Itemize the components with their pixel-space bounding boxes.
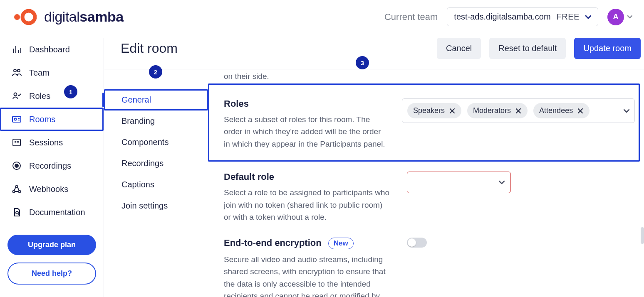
chip-label: Speakers xyxy=(413,106,445,115)
team-domain: test-ads.digitalsamba.com xyxy=(454,12,550,22)
sidebar-item-label: Sessions xyxy=(29,138,63,147)
avatar-initial: A xyxy=(613,12,619,21)
svg-point-4 xyxy=(14,93,17,96)
scrollbar-thumb[interactable] xyxy=(641,227,644,244)
previous-section-cutoff-text: on their side. xyxy=(208,72,640,81)
button-label: Update room xyxy=(583,44,632,53)
sidebar-item-sessions[interactable]: Sessions xyxy=(0,131,104,154)
remove-chip-icon[interactable] xyxy=(577,108,584,114)
sidebar-item-recordings[interactable]: Recordings xyxy=(0,154,104,177)
bar-chart-icon xyxy=(12,44,22,54)
chip-label: Attendees xyxy=(539,106,573,115)
sidebar-item-rooms[interactable]: Rooms xyxy=(0,108,104,131)
tabs-list: General Branding Components Recordings C… xyxy=(104,89,208,216)
person-check-icon xyxy=(12,91,22,101)
roles-section: Roles Select a subset of roles for this … xyxy=(208,83,640,162)
team-plan: FREE xyxy=(557,12,580,22)
svg-point-0 xyxy=(14,14,20,20)
id-card-icon xyxy=(12,114,22,124)
page-actions: Cancel Reset to default Update room xyxy=(437,38,641,59)
page-title: Edit room xyxy=(121,41,178,56)
sidebar-item-label: Roles xyxy=(29,91,50,101)
e2ee-title-text: End-to-end encryption xyxy=(224,238,322,248)
tab-captions[interactable]: Captions xyxy=(104,174,208,195)
svg-point-1 xyxy=(22,11,35,23)
tab-label: Recordings xyxy=(121,159,163,168)
record-icon xyxy=(12,161,22,171)
role-chip-moderators: Moderators xyxy=(467,103,528,118)
room-tabs: 2 General Branding Components Recordings… xyxy=(104,69,208,297)
annotation-badge-2: 2 xyxy=(149,65,162,79)
reset-to-default-button[interactable]: Reset to default xyxy=(489,38,566,59)
webhook-icon xyxy=(12,184,22,194)
tab-label: Join settings xyxy=(121,201,168,210)
tab-recordings[interactable]: Recordings xyxy=(104,153,208,174)
topbar-right: Current team test-ads.digitalsamba.com F… xyxy=(384,7,632,26)
button-label: Upgrade plan xyxy=(28,241,76,249)
new-badge: New xyxy=(328,238,354,249)
sidebar-actions: Upgrade plan Need help? xyxy=(0,224,104,285)
sidebar-item-label: Rooms xyxy=(29,115,55,124)
sidebar-item-label: Webhooks xyxy=(29,184,68,194)
people-icon xyxy=(12,68,22,78)
button-label: Need help? xyxy=(32,269,72,277)
svg-point-2 xyxy=(14,69,16,72)
sidebar-item-label: Recordings xyxy=(29,161,71,171)
remove-chip-icon[interactable] xyxy=(449,108,456,114)
tab-general[interactable]: General xyxy=(104,89,208,110)
team-selector[interactable]: test-ads.digitalsamba.com FREE xyxy=(447,7,598,26)
e2ee-section: End-to-end encryption New Secure all vid… xyxy=(208,228,640,297)
svg-point-13 xyxy=(16,211,18,214)
role-chip-attendees: Attendees xyxy=(533,103,590,118)
default-role-title: Default role xyxy=(224,172,390,182)
tab-label: Components xyxy=(121,137,168,147)
tab-label: General xyxy=(121,95,151,104)
button-label: Reset to default xyxy=(498,44,557,53)
update-room-button[interactable]: Update room xyxy=(574,38,641,59)
sidebar-item-team[interactable]: Team xyxy=(0,61,104,84)
svg-point-9 xyxy=(15,164,18,167)
tab-label: Captions xyxy=(121,180,154,189)
topbar: digitalsamba Current team test-ads.digit… xyxy=(0,0,644,38)
button-label: Cancel xyxy=(446,44,472,53)
layout: 1 Dashboard Team Roles xyxy=(0,38,644,297)
chevron-down-icon xyxy=(627,15,632,19)
sidebar-item-label: Team xyxy=(29,68,50,78)
cancel-button[interactable]: Cancel xyxy=(437,38,481,59)
sidebar-item-webhooks[interactable]: Webhooks xyxy=(0,177,104,201)
e2ee-title: End-to-end encryption New xyxy=(224,238,390,249)
brand-name-light: digital xyxy=(44,9,79,25)
content: Edit room Cancel Reset to default Update… xyxy=(104,38,644,297)
default-role-section: Default role Select a role to be assigne… xyxy=(208,162,640,227)
brand-name: digitalsamba xyxy=(44,9,124,25)
sidebar-item-label: Dashboard xyxy=(29,45,70,54)
upgrade-plan-button[interactable]: Upgrade plan xyxy=(7,235,96,255)
annotation-badge-1: 1 xyxy=(64,85,77,98)
list-icon xyxy=(12,137,22,147)
general-panel: 3 on their side. Roles Select a subset o… xyxy=(208,69,644,297)
tab-components[interactable]: Components xyxy=(104,132,208,153)
chevron-down-icon xyxy=(499,180,505,184)
roles-description: Select a subset of roles for this room. … xyxy=(224,113,385,150)
chevron-down-icon[interactable] xyxy=(624,109,629,113)
roles-multi-select[interactable]: Speakers Moderators xyxy=(402,98,635,123)
sidebar-item-roles[interactable]: Roles xyxy=(0,84,104,108)
tab-branding[interactable]: Branding xyxy=(104,110,208,132)
sidebar: 1 Dashboard Team Roles xyxy=(0,38,104,297)
page-header: Edit room Cancel Reset to default Update… xyxy=(104,38,644,69)
sidebar-item-label: Documentation xyxy=(29,208,85,217)
brand-name-bold: samba xyxy=(79,9,123,25)
default-role-select[interactable] xyxy=(407,172,511,193)
svg-point-6 xyxy=(15,118,17,120)
tab-join-settings[interactable]: Join settings xyxy=(104,195,208,216)
chevron-down-icon xyxy=(585,15,591,19)
e2ee-toggle[interactable] xyxy=(407,238,427,248)
account-menu[interactable]: A xyxy=(607,9,632,25)
need-help-button[interactable]: Need help? xyxy=(7,263,96,285)
sidebar-item-documentation[interactable]: Documentation xyxy=(0,201,104,224)
remove-chip-icon[interactable] xyxy=(515,108,522,114)
logo-icon xyxy=(12,9,37,25)
tab-label: Branding xyxy=(121,116,155,125)
sidebar-item-dashboard[interactable]: Dashboard xyxy=(0,38,104,61)
sidebar-nav: Dashboard Team Roles Rooms xyxy=(0,38,104,224)
